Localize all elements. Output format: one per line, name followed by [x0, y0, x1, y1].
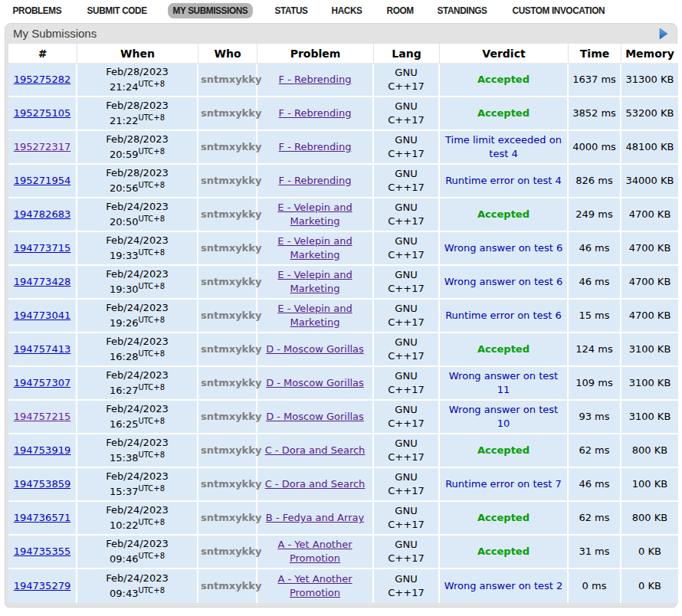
- timezone-label: UTC+8: [138, 248, 165, 257]
- submission-lang-cell: GNU C++17: [374, 232, 440, 266]
- user-handle-link[interactable]: sntmxykky: [201, 107, 261, 119]
- user-handle-link[interactable]: sntmxykky: [201, 411, 261, 422]
- user-handle-link[interactable]: sntmxykky: [201, 343, 261, 355]
- problem-link[interactable]: E - Velepin and Marketing: [261, 302, 369, 329]
- problem-link[interactable]: E - Velepin and Marketing: [261, 268, 369, 295]
- submission-lang-cell: GNU C++17: [374, 569, 440, 603]
- submission-memory-cell: 800 KB: [621, 434, 678, 468]
- problem-link[interactable]: D - Moscow Gorillas: [266, 376, 364, 390]
- submission-id-cell: 194773428: [8, 266, 77, 300]
- nav-tab[interactable]: ROOM: [382, 3, 418, 18]
- nav-tab[interactable]: STANDINGS: [432, 3, 492, 18]
- exec-time-value: 124 ms: [575, 343, 612, 355]
- submission-memory-cell: 31300 KB: [621, 64, 678, 97]
- table-row: 194782683 Feb/24/2023 20:50UTC+8 sntmxyk…: [8, 198, 678, 232]
- submission-time: 15:38UTC+8: [110, 452, 165, 464]
- submission-id-link[interactable]: 195275105: [14, 107, 70, 119]
- submission-who-cell: sntmxykky: [198, 569, 257, 603]
- user-handle-link[interactable]: sntmxykky: [201, 444, 261, 456]
- problem-link[interactable]: F - Rebrending: [279, 140, 352, 154]
- language-label: GNU C++17: [386, 201, 426, 228]
- user-handle-link[interactable]: sntmxykky: [201, 580, 261, 591]
- submission-id-link[interactable]: 194736571: [14, 512, 70, 523]
- user-handle-link[interactable]: sntmxykky: [201, 74, 261, 85]
- submission-problem-cell: D - Moscow Gorillas: [257, 333, 374, 367]
- problem-link[interactable]: A - Yet Another Promotion: [261, 538, 369, 565]
- problem-link[interactable]: C - Dora and Search: [265, 477, 366, 491]
- submission-id-link[interactable]: 194757413: [14, 343, 70, 355]
- nav-tab[interactable]: SUBMIT CODE: [82, 3, 152, 18]
- user-handle-link[interactable]: sntmxykky: [201, 512, 261, 523]
- submission-id-link[interactable]: 194773428: [14, 276, 70, 287]
- submission-id-link[interactable]: 195271954: [14, 175, 70, 186]
- submission-time-cell: 15 ms: [569, 300, 621, 333]
- submission-id-link[interactable]: 194753859: [14, 478, 70, 490]
- table-row: 194773428 Feb/24/2023 19:30UTC+8 sntmxyk…: [8, 266, 678, 300]
- submission-time: 09:46UTC+8: [110, 553, 165, 565]
- submission-id-link[interactable]: 194757215: [14, 411, 70, 422]
- submission-id-link[interactable]: 194735279: [14, 580, 70, 591]
- problem-link[interactable]: D - Moscow Gorillas: [266, 410, 364, 424]
- submission-who-cell: sntmxykky: [198, 64, 257, 97]
- submission-verdict-cell: Wrong answer on test 2: [440, 569, 569, 603]
- problem-link[interactable]: D - Moscow Gorillas: [266, 342, 364, 356]
- problem-link[interactable]: F - Rebrending: [279, 73, 352, 87]
- verdict-text: Accepted: [477, 546, 530, 557]
- user-handle-link[interactable]: sntmxykky: [201, 377, 261, 388]
- submission-who-cell: sntmxykky: [198, 198, 257, 232]
- submission-id-cell: 194735279: [8, 569, 77, 603]
- problem-link[interactable]: E - Velepin and Marketing: [261, 234, 369, 261]
- submission-verdict-cell: Accepted: [440, 536, 569, 569]
- problem-link[interactable]: C - Dora and Search: [265, 444, 366, 457]
- nav-tab[interactable]: HACKS: [326, 3, 367, 18]
- table-row: 194736571 Feb/24/2023 10:22UTC+8 sntmxyk…: [8, 502, 678, 536]
- expand-right-arrow-icon[interactable]: [659, 28, 667, 39]
- submission-time-cell: 62 ms: [569, 434, 621, 468]
- verdict-text: Accepted: [477, 444, 530, 456]
- submission-memory-cell: 4700 KB: [621, 232, 678, 266]
- user-handle-link[interactable]: sntmxykky: [201, 478, 261, 490]
- submission-id-cell: 194757413: [8, 333, 77, 367]
- nav-tab[interactable]: CUSTOM INVOCATION: [507, 3, 610, 18]
- submission-id-cell: 195275105: [8, 97, 77, 131]
- user-handle-link[interactable]: sntmxykky: [201, 242, 261, 254]
- submission-date: Feb/24/2023: [106, 268, 168, 280]
- submission-when-cell: Feb/24/2023 19:26UTC+8: [77, 300, 198, 333]
- submission-id-link[interactable]: 194782683: [14, 208, 70, 220]
- problem-link[interactable]: B - Fedya and Array: [266, 511, 364, 525]
- submission-when-cell: Feb/24/2023 19:30UTC+8: [77, 266, 198, 300]
- user-handle-link[interactable]: sntmxykky: [201, 175, 261, 186]
- submission-memory-cell: 3100 KB: [621, 333, 678, 367]
- problem-link[interactable]: E - Velepin and Marketing: [261, 201, 369, 228]
- submission-id-cell: 194735355: [8, 536, 77, 569]
- submission-id-link[interactable]: 194735355: [14, 546, 70, 557]
- submission-id-link[interactable]: 194773041: [14, 310, 70, 321]
- nav-tab[interactable]: MY SUBMISSIONS: [168, 3, 253, 18]
- user-handle-link[interactable]: sntmxykky: [201, 310, 261, 321]
- submission-lang-cell: GNU C++17: [374, 468, 440, 502]
- user-handle-link[interactable]: sntmxykky: [201, 276, 261, 287]
- submission-id-link[interactable]: 195275282: [14, 74, 70, 85]
- user-handle-link[interactable]: sntmxykky: [201, 208, 261, 220]
- memory-value: 53200 KB: [626, 107, 674, 119]
- submission-time-cell: 109 ms: [569, 367, 621, 401]
- memory-value: 4700 KB: [629, 276, 671, 287]
- nav-tab[interactable]: STATUS: [270, 3, 313, 18]
- column-header: #: [8, 44, 77, 64]
- submission-date: Feb/24/2023: [106, 369, 168, 381]
- nav-tab[interactable]: PROBLEMS: [8, 3, 67, 18]
- user-handle-link[interactable]: sntmxykky: [201, 141, 261, 152]
- submission-id-link[interactable]: 194757307: [14, 377, 70, 388]
- problem-link[interactable]: A - Yet Another Promotion: [261, 572, 369, 599]
- problem-link[interactable]: F - Rebrending: [279, 174, 352, 188]
- verdict-text: Accepted: [477, 343, 530, 355]
- submission-id-link[interactable]: 194753919: [14, 444, 70, 456]
- submission-memory-cell: 4700 KB: [621, 266, 678, 300]
- submission-id-link[interactable]: 195272317: [14, 141, 70, 152]
- submission-id-link[interactable]: 194773715: [14, 242, 70, 254]
- submission-lang-cell: GNU C++17: [374, 434, 440, 468]
- problem-link[interactable]: F - Rebrending: [279, 106, 352, 120]
- user-handle-link[interactable]: sntmxykky: [201, 546, 261, 557]
- submission-lang-cell: GNU C++17: [374, 401, 440, 434]
- verdict-text: Wrong answer on test 10: [449, 404, 558, 429]
